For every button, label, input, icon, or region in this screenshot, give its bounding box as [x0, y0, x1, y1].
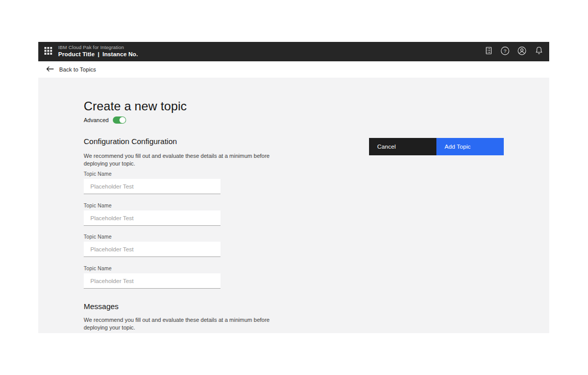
advanced-toggle-label: Advanced: [84, 117, 109, 123]
back-row: Back to Topics: [38, 61, 549, 78]
messages-section-title: Messages: [84, 302, 118, 311]
back-arrow-icon: [46, 65, 54, 74]
notifications-icon: [534, 46, 544, 57]
back-to-topics-link[interactable]: Back to Topics: [46, 65, 96, 74]
toggle-knob: [119, 117, 126, 123]
topic-name-label: Topic Name: [84, 234, 220, 240]
topic-name-field-group: Topic Name: [84, 234, 220, 257]
help-button[interactable]: ?: [497, 42, 513, 61]
svg-text:?: ?: [504, 48, 506, 54]
add-topic-button[interactable]: Add Topic: [436, 138, 504, 155]
topic-name-input-1[interactable]: [84, 179, 220, 194]
advanced-toggle-row: Advanced: [84, 116, 126, 124]
topic-name-field-group: Topic Name: [84, 171, 220, 194]
instance-number: Instance No.: [103, 51, 138, 57]
back-link-label: Back to Topics: [59, 66, 96, 73]
configuration-section-title: Configuration Configuration: [84, 137, 177, 146]
help-icon: ?: [500, 46, 510, 58]
topic-name-label: Topic Name: [84, 203, 220, 208]
create-topic-panel: Create a new topic Advanced Configuratio…: [38, 78, 549, 333]
messages-section-description: We recommend you fill out and evaluate t…: [84, 316, 294, 332]
topic-name-field-group: Topic Name: [84, 203, 220, 226]
app-switcher-icon: [44, 47, 52, 57]
advanced-toggle[interactable]: [113, 116, 126, 124]
brand-title: Product Title|Instance No.: [58, 51, 138, 58]
topic-name-input-4[interactable]: [84, 273, 220, 289]
topic-name-input-3[interactable]: [84, 242, 220, 257]
configuration-section-description: We recommend you fill out and evaluate t…: [84, 152, 294, 168]
topic-name-input-2[interactable]: [84, 210, 220, 226]
catalog-icon: [484, 46, 493, 57]
brand-block: IBM Cloud Pak for Integration Product Ti…: [58, 45, 138, 58]
notifications-button[interactable]: [530, 42, 547, 61]
product-title: Product Title: [58, 51, 94, 57]
user-icon: [517, 46, 527, 58]
user-button[interactable]: [513, 42, 530, 61]
topic-name-label: Topic Name: [84, 266, 220, 271]
cancel-button[interactable]: Cancel: [369, 138, 436, 155]
page: IBM Cloud Pak for Integration Product Ti…: [0, 0, 588, 375]
app-header: IBM Cloud Pak for Integration Product Ti…: [38, 42, 549, 61]
topic-name-label: Topic Name: [84, 171, 220, 177]
topic-name-field-group: Topic Name: [84, 266, 220, 289]
app-switcher-button[interactable]: [38, 42, 58, 61]
page-title: Create a new topic: [84, 99, 187, 113]
brand-eyebrow: IBM Cloud Pak for Integration: [58, 45, 138, 51]
brand-separator: |: [97, 51, 99, 57]
catalog-button[interactable]: [480, 42, 497, 61]
